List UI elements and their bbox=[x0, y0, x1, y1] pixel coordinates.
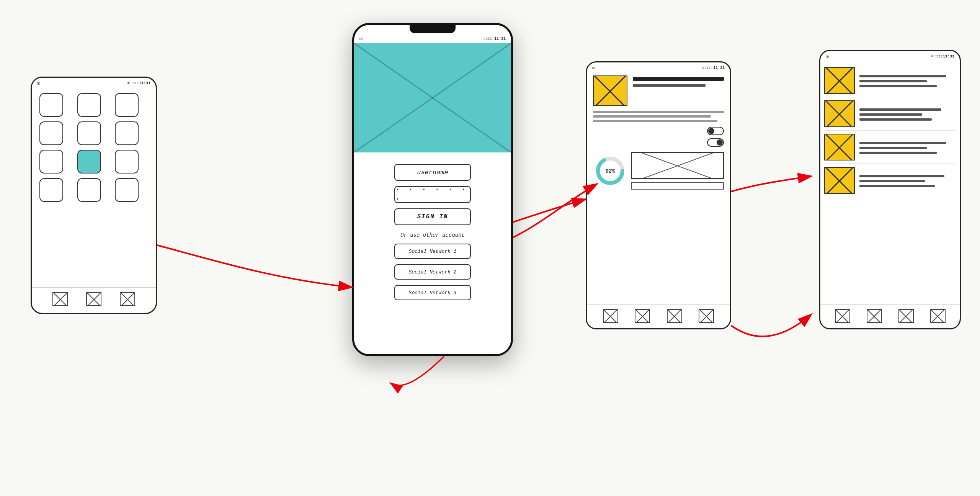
app-icon[interactable] bbox=[77, 178, 101, 202]
username-label: username bbox=[417, 169, 448, 176]
toggle-1[interactable] bbox=[707, 127, 724, 135]
signin-button[interactable]: SIGN IN bbox=[394, 208, 471, 225]
app-icon-highlighted[interactable] bbox=[77, 150, 101, 174]
phone3-status-icons: ≈ □□□ 11:31 bbox=[702, 66, 725, 70]
password-input[interactable]: · · · · · · · bbox=[394, 186, 471, 203]
phone4-status-icons: ≈ □□□ 11:31 bbox=[931, 54, 954, 59]
list-line bbox=[859, 113, 922, 116]
phone-4-list: ✉ ≈ □□□ 11:31 bbox=[819, 50, 961, 329]
dashboard-text-lines bbox=[593, 111, 724, 122]
ph4-nav-3[interactable] bbox=[898, 309, 914, 323]
app-icon[interactable] bbox=[39, 121, 63, 145]
login-hero-image bbox=[354, 43, 511, 152]
phone4-bottom-nav bbox=[820, 304, 960, 328]
dashboard-header-lines bbox=[633, 75, 724, 87]
list-item[interactable] bbox=[824, 131, 956, 164]
ph4-nav-2[interactable] bbox=[867, 309, 882, 323]
toggle-knob bbox=[708, 128, 714, 134]
arrow-3-4-mid bbox=[731, 176, 812, 192]
app-icon[interactable] bbox=[39, 93, 63, 117]
phone-3-dashboard: ✉ ≈ □□□ 11:31 bbox=[586, 61, 731, 329]
app-icon[interactable] bbox=[115, 150, 139, 174]
list-line bbox=[859, 152, 937, 154]
dashboard-thumb bbox=[593, 75, 627, 106]
list-item[interactable] bbox=[824, 64, 956, 97]
or-text: Or use other account bbox=[400, 232, 465, 238]
hero-x-lines bbox=[354, 43, 511, 152]
text-line bbox=[593, 115, 711, 118]
phone1-envelope-icon: ✉ bbox=[37, 80, 40, 86]
chart-placeholder bbox=[631, 152, 724, 190]
arrow-2-3-top bbox=[513, 184, 597, 237]
phone1-status-bar: ✉ ≈ □□□ 11:31 bbox=[32, 78, 156, 88]
dashboard-toggles bbox=[593, 127, 724, 147]
donut-chart: 92% bbox=[593, 154, 627, 188]
phone2-notch bbox=[410, 25, 456, 33]
list-line bbox=[859, 142, 946, 144]
arrow-2-3-mid bbox=[513, 199, 586, 222]
dashboard-chart-section: 92% bbox=[593, 152, 724, 190]
phone3-bottom-nav bbox=[587, 304, 730, 328]
list-line bbox=[859, 185, 935, 187]
social-button-1[interactable]: Social Network 1 bbox=[394, 244, 471, 259]
arrow-3-4 bbox=[731, 314, 812, 336]
arrow-1-2 bbox=[157, 245, 352, 287]
list-line bbox=[859, 75, 946, 77]
phone2-envelope-icon: ✉ bbox=[359, 36, 363, 42]
phone1-app-grid bbox=[32, 88, 156, 207]
text-line bbox=[593, 111, 724, 113]
list-line bbox=[859, 180, 925, 182]
list-item-lines bbox=[859, 107, 956, 121]
login-form: username · · · · · · · SIGN IN Or use ot… bbox=[354, 152, 511, 308]
list-item-thumb bbox=[824, 67, 855, 94]
app-icon[interactable] bbox=[77, 121, 101, 145]
list-line bbox=[859, 147, 927, 149]
social-button-3[interactable]: Social Network 3 bbox=[394, 285, 471, 300]
phone-2-login: ✉ ≈ □□□ 11:31 username · · · · · · · SI bbox=[352, 23, 513, 356]
app-icon[interactable] bbox=[115, 93, 139, 117]
ph3-nav-2[interactable] bbox=[635, 309, 650, 323]
list-item-lines bbox=[859, 140, 956, 154]
phone-1-wireframe: ✉ ≈ □□□ 11:31 bbox=[31, 77, 157, 314]
svg-text:92%: 92% bbox=[605, 168, 616, 174]
nav-icon-2[interactable] bbox=[86, 292, 101, 306]
phone2-status-icons: ≈ □□□ 11:31 bbox=[483, 37, 506, 41]
ph4-nav-1[interactable] bbox=[835, 309, 850, 323]
dashboard-header bbox=[593, 75, 724, 106]
list-line bbox=[859, 175, 944, 177]
phone1-status-icons: ≈ □□□ 11:31 bbox=[127, 81, 150, 85]
list-line bbox=[859, 108, 941, 111]
list-item[interactable] bbox=[824, 164, 956, 197]
list-item-thumb bbox=[824, 134, 855, 160]
app-icon[interactable] bbox=[39, 150, 63, 174]
dash-subtitle-line bbox=[633, 84, 706, 87]
password-dots: · · · · · · · bbox=[395, 185, 470, 204]
text-line bbox=[593, 120, 717, 122]
list-item[interactable] bbox=[824, 97, 956, 131]
app-icon[interactable] bbox=[39, 178, 63, 202]
ph3-nav-3[interactable] bbox=[667, 309, 682, 323]
list-line bbox=[859, 118, 932, 121]
username-input[interactable]: username bbox=[394, 164, 471, 181]
dashboard-content: 92% bbox=[587, 72, 730, 198]
list-item-thumb bbox=[824, 167, 855, 194]
ph3-nav-4[interactable] bbox=[699, 309, 714, 323]
app-icon[interactable] bbox=[115, 121, 139, 145]
toggle-2[interactable] bbox=[707, 138, 724, 147]
list-item-lines bbox=[859, 174, 956, 187]
toggle-knob bbox=[717, 139, 723, 146]
app-icon[interactable] bbox=[115, 178, 139, 202]
ph4-nav-4[interactable] bbox=[930, 309, 946, 323]
main-container: ✉ ≈ □□□ 11:31 bbox=[0, 0, 980, 496]
placeholder-bar bbox=[631, 182, 724, 190]
placeholder-box bbox=[631, 152, 724, 179]
nav-icon-1[interactable] bbox=[52, 292, 68, 306]
list-line bbox=[859, 85, 937, 87]
list-line bbox=[859, 80, 927, 82]
nav-icon-3[interactable] bbox=[120, 292, 135, 306]
ph3-nav-1[interactable] bbox=[603, 309, 618, 323]
app-icon[interactable] bbox=[77, 93, 101, 117]
dash-title-line bbox=[633, 77, 724, 81]
list-item-thumb bbox=[824, 100, 855, 127]
social-button-2[interactable]: Social Network 2 bbox=[394, 264, 471, 280]
